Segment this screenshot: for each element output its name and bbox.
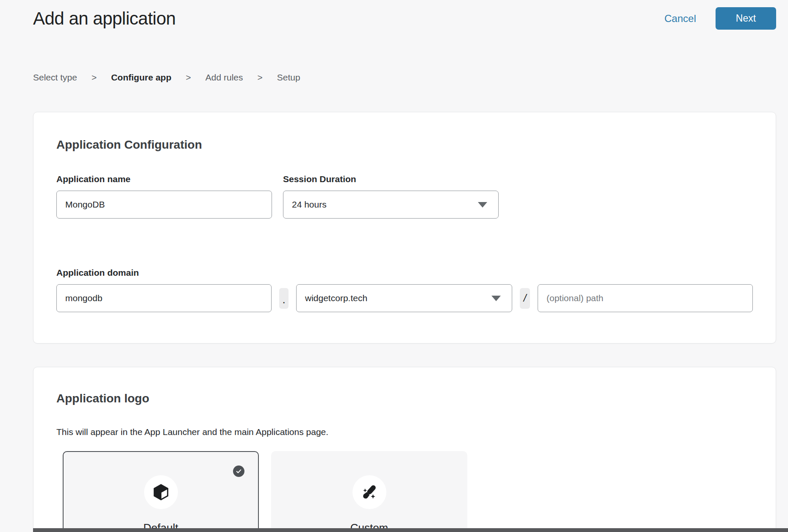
page-header: Add an application Cancel Next <box>33 7 776 30</box>
paintbrush-sparkle-icon <box>360 483 379 502</box>
application-domain-row: . widgetcorp.tech / <box>56 284 753 312</box>
logo-options: Default Custom <box>63 451 753 532</box>
step-separator: > <box>186 72 191 83</box>
step-separator: > <box>257 72 262 83</box>
chevron-down-icon <box>478 202 487 208</box>
logo-option-default[interactable]: Default <box>63 451 259 532</box>
logo-description: This will appear in the App Launcher and… <box>56 427 753 437</box>
logo-heading: Application logo <box>56 391 753 406</box>
application-logo-card: Application logo This will appear in the… <box>33 367 776 532</box>
chevron-down-icon <box>491 296 501 301</box>
slash-separator: / <box>520 288 530 309</box>
step-add-rules[interactable]: Add rules <box>205 72 243 83</box>
breadcrumb: Select type > Configure app > Add rules … <box>33 72 776 83</box>
check-icon <box>236 468 242 474</box>
application-configuration-card: Application Configuration Application na… <box>33 112 776 344</box>
application-name-label: Application name <box>56 174 272 184</box>
domain-zone-value: widgetcorp.tech <box>305 293 367 303</box>
domain-zone-select[interactable]: widgetcorp.tech <box>296 284 512 312</box>
step-configure-app[interactable]: Configure app <box>111 72 171 83</box>
session-duration-label: Session Duration <box>283 174 499 184</box>
path-input[interactable] <box>538 284 753 312</box>
cube-icon <box>151 482 171 502</box>
selected-check-badge <box>233 466 244 477</box>
step-select-type[interactable]: Select type <box>33 72 77 83</box>
custom-logo-circle <box>352 475 386 509</box>
next-button[interactable]: Next <box>716 7 776 30</box>
header-actions: Cancel Next <box>664 7 776 30</box>
cancel-button[interactable]: Cancel <box>664 13 696 25</box>
step-setup[interactable]: Setup <box>277 72 300 83</box>
dot-separator: . <box>279 288 289 309</box>
session-duration-value: 24 hours <box>292 200 327 210</box>
session-duration-select[interactable]: 24 hours <box>283 191 499 219</box>
subdomain-input[interactable] <box>56 284 272 312</box>
page-title: Add an application <box>33 8 176 29</box>
step-separator: > <box>92 72 97 83</box>
application-name-input[interactable] <box>56 191 272 219</box>
viewport-bottom-edge <box>33 528 788 532</box>
application-domain-label: Application domain <box>56 268 753 278</box>
default-logo-circle <box>144 475 178 509</box>
logo-option-custom[interactable]: Custom <box>271 451 467 532</box>
configuration-heading: Application Configuration <box>56 138 753 152</box>
